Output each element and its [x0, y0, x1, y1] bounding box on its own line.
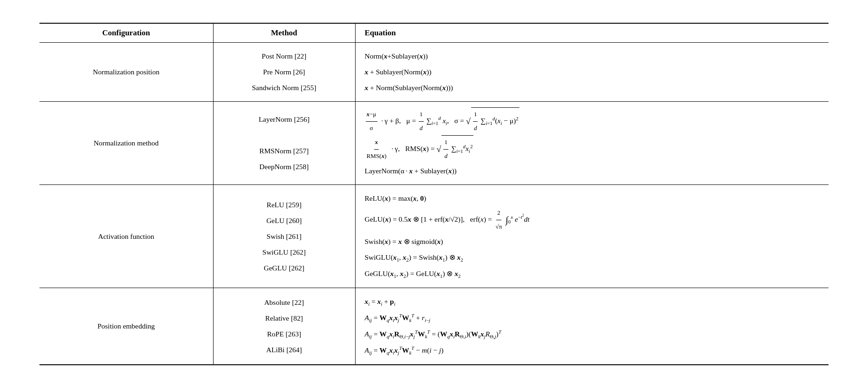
method-list: LayerNorm [256] RMSNorm [257] DeepNorm […	[223, 112, 346, 175]
equation-item: Aij = WqxixjTWkT − m(i − j)	[365, 342, 820, 359]
method-item: SwiGLU [262]	[223, 244, 346, 260]
method-item: Absolute [22]	[223, 295, 346, 310]
equations-normalization-method: x−μσ · γ + β, μ = 1d ∑i=1d xi, σ = √ 1d …	[355, 102, 829, 185]
method-item: Swish [261]	[223, 229, 346, 244]
equation-item: Norm(x+Sublayer(x))	[365, 48, 820, 64]
header-configuration: Configuration	[39, 23, 213, 43]
equation-item: Aij = WqxiRΘ,i−jxjTWkT = (WqxiRΘ,i)(Wkxj…	[365, 326, 820, 342]
equations-position-embedding: xi = xi + pi Aij = WqxixjTWkT + ri−j Aij…	[355, 288, 829, 365]
method-item: LayerNorm [256]	[223, 112, 346, 127]
methods-normalization-position: Post Norm [22] Pre Norm [26] Sandwich No…	[213, 43, 355, 102]
equation-item: Swish(x) = x ⊗ sigmoid(x)	[365, 234, 820, 250]
equations-normalization-position: Norm(x+Sublayer(x)) x + Sublayer(Norm(x)…	[355, 43, 829, 102]
table-row: Position embedding Absolute [22] Relativ…	[39, 288, 829, 365]
config-position-embedding: Position embedding	[39, 288, 213, 365]
method-list: Absolute [22] Relative [82] RoPE [263] A…	[223, 295, 346, 358]
equations-activation-function: ReLU(x) = max(x, 0) GeLU(x) = 0.5x ⊗ [1 …	[355, 185, 829, 288]
config-table: Configuration Method Equation Normalizat…	[39, 23, 829, 365]
method-item: GeLU [260]	[223, 213, 346, 229]
table-row: Activation function ReLU [259] GeLU [260…	[39, 185, 829, 288]
method-item: RoPE [263]	[223, 326, 346, 342]
method-item: GeGLU [262]	[223, 260, 346, 276]
equation-item: xi = xi + pi	[365, 294, 820, 310]
equation-item: GeLU(x) = 0.5x ⊗ [1 + erf(x/√2)], erf(x)…	[365, 206, 820, 234]
equation-list: Norm(x+Sublayer(x)) x + Sublayer(Norm(x)…	[365, 48, 820, 96]
method-item: Relative [82]	[223, 310, 346, 326]
methods-normalization-method: LayerNorm [256] RMSNorm [257] DeepNorm […	[213, 102, 355, 185]
method-item: ALiBi [264]	[223, 342, 346, 358]
equation-item: x + Sublayer(Norm(x))	[365, 64, 820, 80]
method-list: Post Norm [22] Pre Norm [26] Sandwich No…	[223, 48, 346, 96]
config-normalization-method: Normalization method	[39, 102, 213, 185]
equation-item: SwiGLU(x1, x2) = Swish(x1) ⊗ x2	[365, 250, 820, 266]
header-equation: Equation	[355, 23, 829, 43]
method-item: DeepNorm [258]	[223, 159, 346, 175]
table-row: Normalization position Post Norm [22] Pr…	[39, 43, 829, 102]
equation-item: ReLU(x) = max(x, 0)	[365, 191, 820, 206]
method-item: Pre Norm [26]	[223, 64, 346, 80]
equation-list: x−μσ · γ + β, μ = 1d ∑i=1d xi, σ = √ 1d …	[365, 107, 820, 179]
equation-item: Aij = WqxixjTWkT + ri−j	[365, 310, 820, 326]
equation-item: x + Norm(Sublayer(Norm(x)))	[365, 80, 820, 96]
method-item: ReLU [259]	[223, 197, 346, 213]
header-method: Method	[213, 23, 355, 43]
equation-list: ReLU(x) = max(x, 0) GeLU(x) = 0.5x ⊗ [1 …	[365, 191, 820, 282]
equation-item: GeGLU(x1, x2) = GeLU(x1) ⊗ x2	[365, 266, 820, 282]
equation-list: xi = xi + pi Aij = WqxixjTWkT + ri−j Aij…	[365, 294, 820, 359]
table-row: Normalization method LayerNorm [256] RMS…	[39, 102, 829, 185]
equation-item: LayerNorm(α · x + Sublayer(x))	[365, 163, 820, 179]
main-container: Configuration Method Equation Normalizat…	[39, 23, 829, 365]
methods-activation-function: ReLU [259] GeLU [260] Swish [261] SwiGLU…	[213, 185, 355, 288]
config-activation-function: Activation function	[39, 185, 213, 288]
methods-position-embedding: Absolute [22] Relative [82] RoPE [263] A…	[213, 288, 355, 365]
method-item	[223, 127, 346, 143]
method-item: Sandwich Norm [255]	[223, 80, 346, 96]
method-list: ReLU [259] GeLU [260] Swish [261] SwiGLU…	[223, 197, 346, 276]
equation-item: x−μσ · γ + β, μ = 1d ∑i=1d xi, σ = √ 1d …	[365, 107, 820, 135]
equation-item: xRMS(x) · γ, RMS(x) = √ 1d ∑i=1dxi2	[365, 135, 820, 163]
method-item: Post Norm [22]	[223, 48, 346, 64]
config-normalization-position: Normalization position	[39, 43, 213, 102]
method-item: RMSNorm [257]	[223, 143, 346, 159]
